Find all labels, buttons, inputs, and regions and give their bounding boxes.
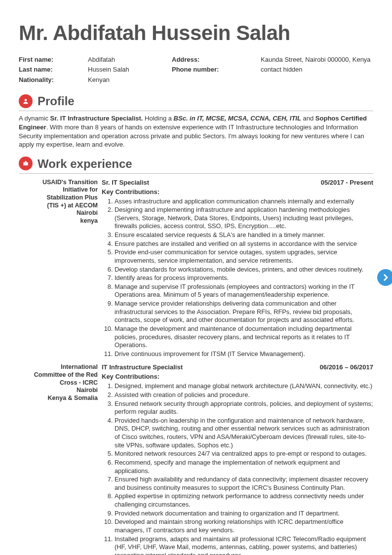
job-entry: InternationalCommittee of the RedCross -… xyxy=(19,363,373,555)
list-item: Ensure patches are installed and verifie… xyxy=(115,240,373,248)
profile-text: A dynamic Sr. IT Infrastructure Speciali… xyxy=(19,114,373,149)
job-details: Sr. IT Specialist05/2017 - PresentKey Co… xyxy=(102,179,373,359)
work-section-header: Work experience xyxy=(19,156,373,174)
list-item: Designed, implement and manage global ne… xyxy=(115,382,373,391)
job-dates: 05/2017 - Present xyxy=(321,179,373,187)
job-title: IT Infrastructure Specialist xyxy=(102,363,183,372)
job-entry: USAID's TransitionInitiative forStabiliz… xyxy=(19,179,373,359)
key-contributions-label: Key Contributions: xyxy=(102,188,373,197)
nationality-label: Nationality: xyxy=(19,76,88,84)
last-name-value: Hussein Salah xyxy=(88,66,172,74)
profile-icon xyxy=(19,94,33,108)
svg-point-0 xyxy=(25,99,27,101)
list-item: Asses infrastructure and application com… xyxy=(115,198,373,206)
list-item: Manage and supervise IT professionals (e… xyxy=(115,283,373,299)
list-item: Applied expertise in optimizing network … xyxy=(115,492,373,509)
list-item: Identify areas for process improvements. xyxy=(115,274,373,282)
list-item: Recommend, specify and manage the implem… xyxy=(115,459,373,475)
list-item: Provided hands-on leadership in the conf… xyxy=(115,417,373,450)
jobs-list: USAID's TransitionInitiative forStabiliz… xyxy=(19,179,373,555)
list-item: Developed and maintain strong working re… xyxy=(115,518,373,534)
nationality-value: Kenyan xyxy=(88,76,172,84)
work-heading: Work experience xyxy=(38,156,132,171)
key-contributions-label: Key Contributions: xyxy=(102,373,373,381)
phone-label: Phone number: xyxy=(172,66,261,74)
first-name-value: Abdifatah xyxy=(88,56,172,64)
list-item: Manage the development and maintenance o… xyxy=(115,325,373,350)
svg-rect-1 xyxy=(23,162,28,165)
list-item: Provided network documentation and train… xyxy=(115,510,373,518)
list-item: Drive continuous improvement for ITSM (I… xyxy=(115,350,373,358)
next-page-button[interactable] xyxy=(377,269,392,286)
job-dates: 06/2016 – 06/2017 xyxy=(320,363,373,372)
phone-value: contact hidden xyxy=(261,66,373,74)
last-name-label: Last name: xyxy=(19,66,88,74)
list-item: Ensured network security through appropr… xyxy=(115,400,373,416)
contributions-list: Asses infrastructure and application com… xyxy=(102,198,373,358)
job-title: Sr. IT Specialist xyxy=(102,179,149,187)
list-item: Monitored network resources 24/7 via cen… xyxy=(115,450,373,458)
list-item: Installed programs, adapts and maintains… xyxy=(115,535,373,555)
first-name-label: First name: xyxy=(19,56,88,64)
address-value: Kaunda Street, Nairobi 000000, Kenya xyxy=(261,56,373,64)
address-label: Address: xyxy=(172,56,261,64)
list-item: Designing and implementing infrastructur… xyxy=(115,206,373,231)
job-organization: InternationalCommittee of the RedCross -… xyxy=(19,363,98,555)
list-item: Provide end-user communication for servi… xyxy=(115,248,373,265)
job-details: IT Infrastructure Specialist06/2016 – 06… xyxy=(102,363,373,555)
personal-info-grid: First name: Abdifatah Address: Kaunda St… xyxy=(19,56,373,85)
list-item: Ensure escalated service requests & SLA'… xyxy=(115,231,373,239)
list-item: Develop standards for workstations, mobi… xyxy=(115,266,373,274)
profile-heading: Profile xyxy=(38,93,75,109)
list-item: Ensured high availability and redundancy… xyxy=(115,476,373,492)
job-organization: USAID's TransitionInitiative forStabiliz… xyxy=(19,179,98,359)
chevron-right-icon xyxy=(381,273,390,282)
briefcase-icon xyxy=(19,157,33,170)
contributions-list: Designed, implement and manage global ne… xyxy=(102,382,373,555)
page-title: Mr. Abdifatah Hussein Salah xyxy=(19,20,373,47)
list-item: Manage service provider relationships de… xyxy=(115,300,373,324)
list-item: Assisted with creation of policies and p… xyxy=(115,391,373,399)
profile-section-header: Profile xyxy=(19,93,373,111)
